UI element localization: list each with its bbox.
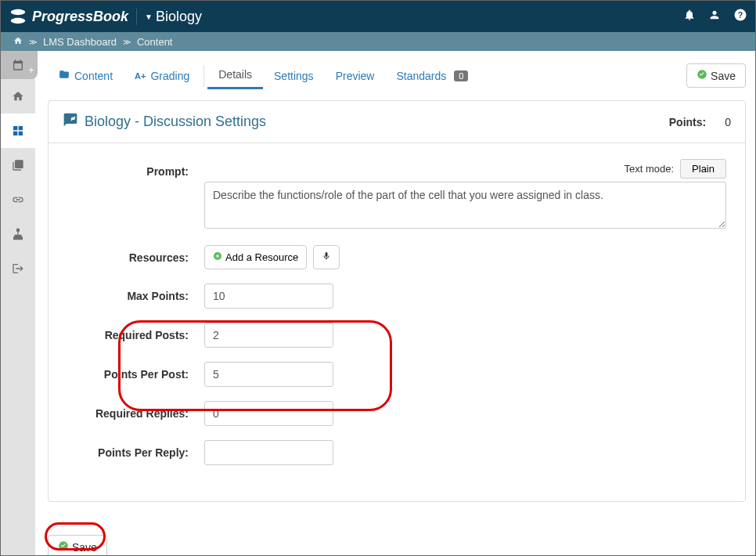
save-button-bottom[interactable]: Save <box>48 535 107 555</box>
bell-icon[interactable] <box>683 9 696 25</box>
panel-header: Biology - Discussion Settings Points: 0 <box>49 101 745 143</box>
rail-logout[interactable] <box>1 251 35 286</box>
grading-icon: A+ <box>135 71 146 81</box>
label-resources: Resources: <box>67 245 204 264</box>
text-mode-label: Text mode: <box>624 163 674 175</box>
chevron-right-icon: ≫ <box>123 38 131 46</box>
rail-book[interactable] <box>1 148 35 182</box>
help-icon[interactable]: ? <box>733 8 747 26</box>
course-dropdown[interactable]: ▼ Biology <box>136 9 202 25</box>
label-prompt: Prompt: <box>67 159 204 178</box>
label-required-replies: Required Replies: <box>67 401 204 420</box>
folder-icon <box>59 69 70 82</box>
add-resource-button[interactable]: Add a Resource <box>204 245 307 269</box>
standards-count-badge: 0 <box>454 70 468 81</box>
rail-link[interactable] <box>1 182 35 217</box>
plus-badge-icon: + <box>28 65 34 76</box>
label-points-per-reply: Points Per Reply: <box>67 440 204 459</box>
tab-settings[interactable]: Settings <box>263 63 325 88</box>
caret-down-icon: ▼ <box>145 13 153 21</box>
panel-title-text: Biology - Discussion Settings <box>85 114 266 130</box>
points-value: 0 <box>725 116 731 128</box>
points-label: Points: <box>669 116 706 128</box>
discussion-icon <box>63 112 78 132</box>
points-per-post-input[interactable] <box>204 362 333 387</box>
breadcrumb-current: Content <box>137 36 173 48</box>
rail-dashboard[interactable] <box>1 114 35 148</box>
top-nav: ProgressBook ▼ Biology ? <box>1 1 755 32</box>
svg-text:?: ? <box>738 9 743 19</box>
mic-button[interactable] <box>313 245 340 269</box>
breadcrumb: ≫ LMS Dashboard ≫ Content <box>1 32 755 51</box>
breadcrumb-lms[interactable]: LMS Dashboard <box>43 36 117 48</box>
brand-name: ProgressBook <box>32 9 128 25</box>
prompt-textarea[interactable] <box>204 182 726 229</box>
left-rail: + <box>1 51 35 555</box>
required-posts-input[interactable] <box>204 323 333 348</box>
plus-icon <box>213 251 222 263</box>
save-button-top[interactable]: Save <box>686 63 746 88</box>
points-per-reply-input[interactable] <box>204 440 333 465</box>
label-max-points: Max Points: <box>67 283 204 302</box>
breadcrumb-home[interactable] <box>13 36 23 48</box>
tab-details[interactable]: Details <box>207 62 263 89</box>
tab-separator <box>203 65 204 87</box>
rail-calendar[interactable]: + <box>0 51 38 79</box>
label-points-per-post: Points Per Post: <box>67 362 204 381</box>
tab-content[interactable]: Content <box>48 63 124 88</box>
check-icon <box>58 540 69 554</box>
settings-panel: Biology - Discussion Settings Points: 0 … <box>48 100 746 502</box>
check-icon <box>697 69 707 82</box>
label-required-posts: Required Posts: <box>67 323 204 341</box>
plain-button[interactable]: Plain <box>680 159 726 179</box>
tab-grading[interactable]: A+ Grading <box>124 63 200 88</box>
tab-preview[interactable]: Preview <box>325 63 386 88</box>
logo[interactable]: ProgressBook <box>9 7 128 26</box>
tab-standards[interactable]: Standards 0 <box>385 63 479 88</box>
chevron-right-icon: ≫ <box>29 38 37 46</box>
user-icon[interactable] <box>708 9 721 25</box>
course-name: Biology <box>156 9 202 25</box>
required-replies-input[interactable] <box>204 401 333 426</box>
logo-icon <box>9 7 27 26</box>
rail-sitemap[interactable] <box>1 217 35 251</box>
max-points-input[interactable] <box>204 283 333 309</box>
rail-home[interactable] <box>1 79 35 114</box>
tabs-row: Content A+ Grading Details Settings Prev… <box>48 51 746 89</box>
